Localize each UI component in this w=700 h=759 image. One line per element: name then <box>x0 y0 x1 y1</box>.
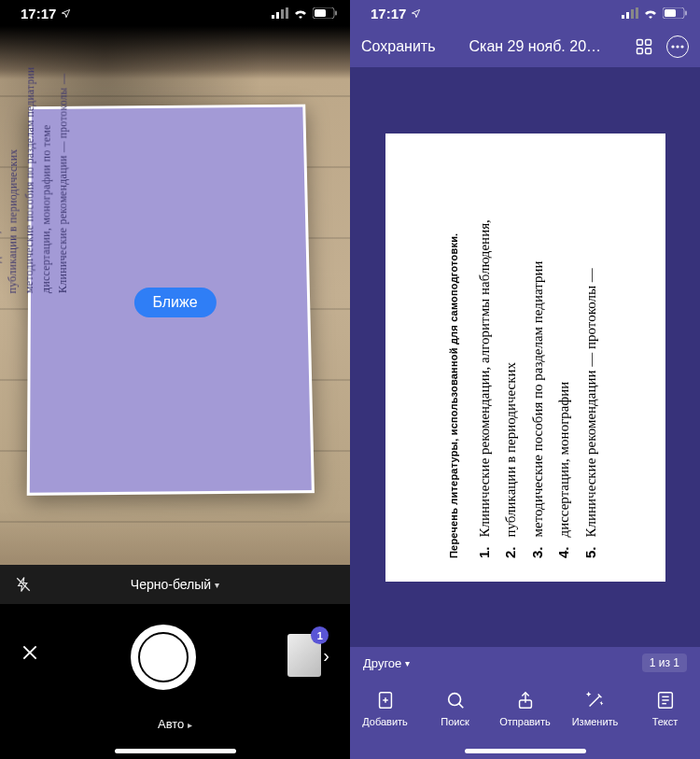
svg-point-27 <box>448 694 460 706</box>
ellipsis-icon <box>671 45 684 49</box>
tool-label: Отправить <box>499 716 551 727</box>
chevron-right-icon: ▸ <box>188 720 192 730</box>
status-bar: 17:17 <box>0 0 350 26</box>
scan-line: 4.диссертации, монографии <box>552 157 577 558</box>
location-icon <box>411 8 421 19</box>
svg-rect-20 <box>646 49 651 54</box>
grid-icon <box>635 37 653 56</box>
svg-rect-13 <box>636 7 638 19</box>
svg-rect-18 <box>646 40 651 46</box>
scan-line: 2.публикации в периодических <box>498 157 524 558</box>
battery-icon <box>313 7 337 19</box>
ocr-text-button[interactable]: Текст <box>635 690 696 727</box>
wifi-icon <box>293 7 308 19</box>
text-ocr-icon <box>655 690 676 710</box>
cellular-signal-icon <box>272 7 288 19</box>
svg-rect-19 <box>637 49 643 54</box>
tool-label: Поиск <box>441 716 469 727</box>
edit-button[interactable]: Изменить <box>565 690 626 727</box>
category-selector[interactable]: Другое ▾ <box>363 656 410 670</box>
add-page-button[interactable]: Добавить <box>355 690 416 727</box>
camera-viewfinder[interactable]: Перечень литературы, использованной для … <box>0 26 350 565</box>
svg-rect-10 <box>622 15 624 19</box>
scan-preview-area[interactable]: Перечень литературы, использованной для … <box>350 67 700 647</box>
home-indicator[interactable] <box>115 749 236 753</box>
paper-line: диссертации, монографии по теме <box>37 58 55 294</box>
last-scan-thumbnail[interactable]: 1 <box>287 634 321 677</box>
svg-point-22 <box>676 45 679 48</box>
svg-rect-1 <box>276 12 279 19</box>
shutter-button[interactable] <box>131 625 196 690</box>
editor-header: Сохранить Скан 29 нояб. 20… <box>350 26 700 67</box>
scan-line: 1.Клинические рекомендации, алгоритмы на… <box>472 157 497 558</box>
svg-rect-2 <box>281 9 284 19</box>
svg-rect-17 <box>637 40 643 46</box>
svg-line-28 <box>458 704 463 709</box>
save-button[interactable]: Сохранить <box>361 38 436 55</box>
scanner-camera-screen: 17:17 Перечень литературы, использованно… <box>0 0 350 759</box>
svg-rect-16 <box>685 11 687 16</box>
share-button[interactable]: Отправить <box>495 690 556 727</box>
scan-editor-screen: 17:17 Сохранить Скан 29 нояб. 20… Перече… <box>350 0 700 759</box>
distance-hint: Ближе <box>133 288 216 317</box>
svg-point-23 <box>680 45 683 48</box>
more-options-button[interactable] <box>666 35 689 58</box>
svg-point-21 <box>671 45 674 48</box>
color-filter-selector[interactable]: Черно-белый ▾ <box>131 577 219 592</box>
scan-page[interactable]: Перечень литературы, использованной для … <box>385 134 665 582</box>
close-button[interactable] <box>21 643 39 662</box>
svg-rect-0 <box>272 15 274 19</box>
bottom-toolbar: Добавить Поиск Отправить Изменить Текст <box>350 679 700 759</box>
battery-icon <box>663 7 687 19</box>
status-bar: 17:17 <box>350 0 700 26</box>
capture-mode-selector[interactable]: Авто ▸ <box>0 717 350 731</box>
paper-line: Клинические рекомендации — протоколы — <box>54 57 71 293</box>
svg-rect-5 <box>315 9 326 17</box>
svg-rect-12 <box>631 9 634 19</box>
svg-rect-15 <box>665 9 676 17</box>
tool-label: Добавить <box>362 716 408 727</box>
svg-rect-3 <box>286 7 288 19</box>
search-icon <box>445 690 466 710</box>
chevron-down-icon: ▾ <box>405 658 410 668</box>
chevron-down-icon: ▾ <box>215 580 219 590</box>
status-time: 17:17 <box>21 6 56 21</box>
grid-view-button[interactable] <box>635 37 653 56</box>
wifi-icon <box>643 7 658 19</box>
paper-line: методические пособия по разделам педиатр… <box>21 58 38 294</box>
tool-label: Изменить <box>572 716 619 727</box>
camera-controls: 1 › Авто ▸ <box>0 604 350 759</box>
capture-mode-label: Авто <box>158 717 184 731</box>
scan-count-badge: 1 <box>311 626 329 644</box>
category-label: Другое <box>363 656 401 670</box>
cellular-signal-icon <box>622 7 638 19</box>
flash-toggle[interactable] <box>15 575 32 594</box>
add-page-icon <box>375 690 396 710</box>
tool-label: Текст <box>652 716 679 727</box>
chevron-right-icon: › <box>323 645 329 667</box>
close-icon <box>21 643 39 662</box>
scan-heading: Перечень литературы, использованной для … <box>445 157 463 558</box>
filter-label-text: Черно-белый <box>131 577 211 592</box>
flash-off-icon <box>15 575 32 594</box>
preview-footer: Другое ▾ 1 из 1 <box>350 647 700 679</box>
status-time: 17:17 <box>371 6 406 21</box>
location-icon <box>61 8 71 19</box>
magic-wand-icon <box>585 690 606 710</box>
scan-thumbnails[interactable]: 1 › <box>287 634 329 677</box>
scan-line: 3.методические пособия по разделам педиа… <box>525 157 551 558</box>
svg-rect-6 <box>335 11 337 16</box>
home-indicator[interactable] <box>465 749 586 753</box>
search-button[interactable]: Поиск <box>425 690 486 727</box>
filter-bar: Черно-белый ▾ <box>0 565 350 604</box>
scan-line: 5.Клинические рекомендации — протоколы — <box>579 157 604 558</box>
paper-line: публикации в периодических <box>4 58 22 294</box>
svg-rect-11 <box>626 12 629 19</box>
document-title[interactable]: Скан 29 нояб. 20… <box>469 38 601 55</box>
share-icon <box>515 690 536 710</box>
page-indicator: 1 из 1 <box>642 654 687 672</box>
